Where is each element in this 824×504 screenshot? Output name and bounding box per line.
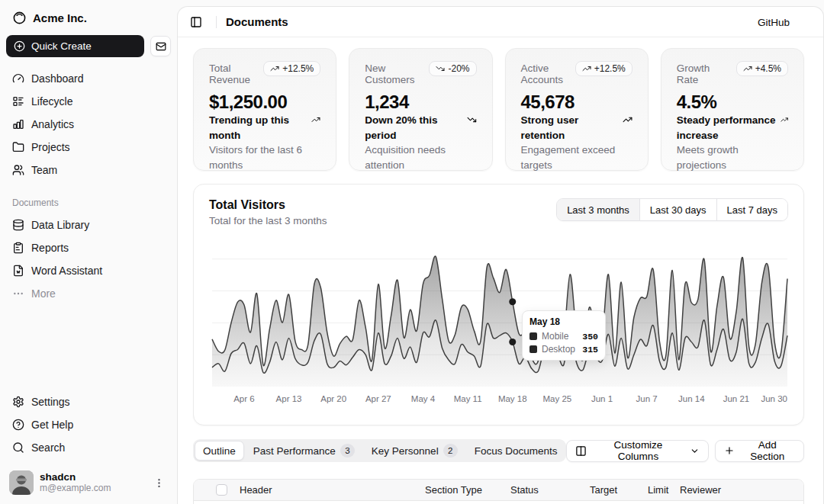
tooltip-value: 315 xyxy=(582,345,598,355)
select-all-checkbox[interactable] xyxy=(216,484,227,496)
stat-footer: Steady performance increase Meets growth… xyxy=(677,113,788,172)
trend-badge: +4.5% xyxy=(736,61,788,76)
ring-logo-icon xyxy=(12,11,27,25)
gauge-icon xyxy=(12,72,24,85)
footer-nav: Settings Get Help Search xyxy=(6,391,171,458)
sidebar-item-label: Word Assistant xyxy=(31,265,102,277)
sidebar-item-label: Lifecycle xyxy=(31,95,72,108)
svg-text:Jun 7: Jun 7 xyxy=(636,394,658,403)
user-menu[interactable]: shadcn m@example.com xyxy=(6,466,171,495)
chart-tooltip: May 18 Mobile 350 Desktop 315 xyxy=(522,310,606,361)
sidebar-item-more[interactable]: More xyxy=(6,283,171,304)
svg-text:Apr 20: Apr 20 xyxy=(320,394,346,403)
customize-columns-button[interactable]: Customize Columns xyxy=(566,440,708,462)
tabs-row: Outline Past Performance 3 Key Personnel… xyxy=(193,439,804,462)
quick-create-button[interactable]: Quick Create xyxy=(6,35,144,57)
chart-header: Total Visitors Total for the last 3 mont… xyxy=(209,198,788,226)
table-header-row: Header Section Type Status Target Limit … xyxy=(194,480,803,501)
inbox-button[interactable] xyxy=(150,36,171,56)
stat-footer-desc: Acquisition needs attention xyxy=(365,143,476,172)
content: Total Revenue +12.5% $1,250.00 Trending … xyxy=(178,37,823,504)
topbar-right: GitHub xyxy=(758,15,790,29)
sidebar-item-projects[interactable]: Projects xyxy=(6,136,171,158)
trending-down-icon xyxy=(467,114,477,125)
sidebar-item-search[interactable]: Search xyxy=(6,437,171,458)
stat-footer-desc: Visitors for the last 6 months xyxy=(209,143,320,172)
tab-focus-documents[interactable]: Focus Documents xyxy=(467,441,565,461)
main-panel: Documents GitHub Total Revenue +12.5% $1… xyxy=(177,6,824,504)
documents-nav: Data Library Reports Word Assistant More xyxy=(6,214,171,304)
app: Acme Inc. Quick Create Dashboard Lifecyc… xyxy=(0,0,824,504)
stat-value: 4.5% xyxy=(677,91,788,113)
brand[interactable]: Acme Inc. xyxy=(6,6,171,29)
sidebar-item-label: Search xyxy=(31,441,65,454)
tab-count-badge: 3 xyxy=(340,444,355,457)
stat-footer-title: Down 20% this period xyxy=(365,113,462,143)
tab-key-personnel[interactable]: Key Personnel 2 xyxy=(364,441,465,461)
tab-count-badge: 2 xyxy=(443,444,458,457)
sidebar-item-data-library[interactable]: Data Library xyxy=(6,214,171,236)
range-last-3-months[interactable]: Last 3 months xyxy=(557,199,640,220)
tabs-list: Outline Past Performance 3 Key Personnel… xyxy=(193,439,566,462)
quick-create-label: Quick Create xyxy=(31,40,92,52)
circle-plus-icon xyxy=(14,40,25,52)
sidebar-item-reports[interactable]: Reports xyxy=(6,237,171,258)
stat-card-total-revenue: Total Revenue +12.5% $1,250.00 Trending … xyxy=(193,48,336,171)
svg-text:Jun 1: Jun 1 xyxy=(591,394,613,403)
columns-icon xyxy=(575,445,587,457)
file-word-icon xyxy=(12,265,24,277)
stat-footer: Down 20% this period Acquisition needs a… xyxy=(365,113,476,172)
gear-icon xyxy=(12,396,24,408)
sidebar-toggle-button[interactable] xyxy=(185,11,207,33)
help-circle-icon xyxy=(12,419,24,431)
sidebar-item-settings[interactable]: Settings xyxy=(6,391,171,413)
tab-outline[interactable]: Outline xyxy=(195,441,244,461)
tab-label: Outline xyxy=(203,445,236,457)
range-last-7-days[interactable]: Last 7 days xyxy=(717,199,788,220)
brand-name: Acme Inc. xyxy=(33,11,87,24)
sidebar-item-lifecycle[interactable]: Lifecycle xyxy=(6,91,171,112)
stat-value: 1,234 xyxy=(365,91,476,113)
sidebar-item-label: Team xyxy=(31,164,57,176)
search-icon xyxy=(12,441,24,454)
trending-up-icon xyxy=(582,64,591,73)
page-title: Documents xyxy=(226,15,288,28)
trending-up-icon xyxy=(781,114,788,125)
sidebar-item-label: Get Help xyxy=(31,419,73,431)
stat-footer: Trending up this month Visitors for the … xyxy=(209,113,320,172)
stat-card-active-accounts: Active Accounts +12.5% 45,678 Strong use… xyxy=(505,48,649,171)
stat-footer: Strong user retention Engagement exceed … xyxy=(521,113,632,172)
tab-label: Past Performance xyxy=(253,445,336,457)
sidebar-item-team[interactable]: Team xyxy=(6,159,171,181)
plus-icon xyxy=(724,445,735,456)
sidebar-item-label: More xyxy=(31,287,56,300)
range-last-30-days[interactable]: Last 30 days xyxy=(640,199,717,220)
chart-plot[interactable]: Apr 6Apr 13Apr 20Apr 27May 4May 11May 18… xyxy=(209,237,788,408)
chart-subtitle: Total for the last 3 months xyxy=(209,215,327,226)
chevron-down-icon xyxy=(690,446,700,456)
stat-cards: Total Revenue +12.5% $1,250.00 Trending … xyxy=(193,48,804,171)
stat-card-growth-rate: Growth Rate +4.5% 4.5% Steady performanc… xyxy=(661,48,804,171)
user-meta: shadcn m@example.com xyxy=(40,471,147,493)
svg-text:May 18: May 18 xyxy=(498,394,527,403)
area-chart: Apr 6Apr 13Apr 20Apr 27May 4May 11May 18… xyxy=(209,237,791,408)
sidebar-item-label: Settings xyxy=(31,396,70,408)
mail-icon xyxy=(156,41,166,52)
column-header: Header xyxy=(233,484,419,496)
trending-up-icon xyxy=(270,64,279,73)
tab-past-performance[interactable]: Past Performance 3 xyxy=(246,441,362,461)
add-section-label: Add Section xyxy=(740,439,796,462)
tooltip-label: Mobile xyxy=(542,331,578,342)
column-header: Section Type xyxy=(419,484,504,496)
stat-value: 45,678 xyxy=(521,91,632,113)
github-link[interactable]: GitHub xyxy=(758,17,790,28)
sidebar-item-analytics[interactable]: Analytics xyxy=(6,114,171,135)
trending-up-icon xyxy=(743,64,752,73)
sidebar-item-dashboard[interactable]: Dashboard xyxy=(6,68,171,89)
sidebar-item-get-help[interactable]: Get Help xyxy=(6,414,171,435)
kebab-menu-icon[interactable] xyxy=(153,477,165,489)
trending-up-icon xyxy=(623,114,632,125)
add-section-button[interactable]: Add Section xyxy=(715,440,804,462)
sidebar-item-word-assistant[interactable]: Word Assistant xyxy=(6,260,171,281)
stat-title: Growth Rate xyxy=(677,61,732,85)
